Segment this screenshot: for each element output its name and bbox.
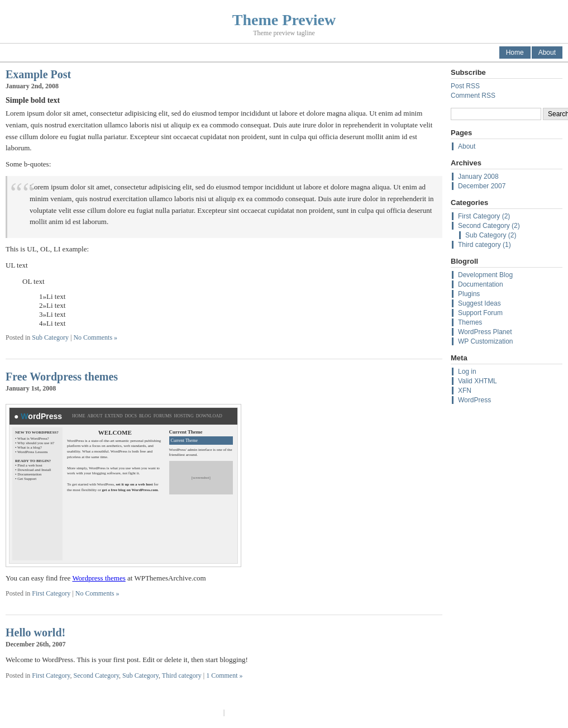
list-item: Li text (39, 292, 442, 301)
post-footer-wp-themes: Posted in First Category | No Comments » (6, 589, 442, 598)
sidebar-blogroll: Blogroll Development Blog Documentation … (451, 257, 562, 345)
list-item: Support Forum (452, 309, 562, 317)
blogroll-docs-link[interactable]: Documentation (458, 280, 503, 288)
post-ol-label: OL text (22, 276, 442, 288)
cat-first-link[interactable]: First Category (2) (458, 212, 510, 220)
post-category-link2[interactable]: First Category (32, 589, 70, 597)
post-comments-link[interactable]: No Comments » (73, 334, 117, 341)
post-rss-link[interactable]: Post RSS (451, 82, 480, 90)
cat-second-link[interactable]: Second Category (2) (458, 222, 520, 230)
post-cat-first[interactable]: First Category (32, 672, 70, 679)
sidebar-pages: Pages About (451, 129, 562, 150)
site-tagline: Theme preview tagline (6, 29, 562, 37)
list-item: Post RSS (451, 82, 562, 90)
list-item: Li text (39, 301, 442, 310)
blogroll-themes-link[interactable]: Themes (458, 318, 482, 326)
post-comments-link2[interactable]: No Comments » (75, 589, 120, 597)
pages-about-link[interactable]: About (458, 142, 475, 150)
post-category-link[interactable]: Sub Category (32, 334, 69, 341)
list-item: WordPress Planet (452, 328, 562, 336)
list-item: Development Blog (452, 271, 562, 279)
list-item: Themes (452, 318, 562, 326)
sidebar-archives: Archives January 2008 December 2007 (451, 159, 562, 190)
sidebar-archives-heading: Archives (451, 159, 562, 169)
blogroll-support-link[interactable]: Support Forum (458, 309, 503, 317)
post-date-hello: December 26th, 2007 (6, 640, 442, 649)
sidebar-blogroll-heading: Blogroll (451, 257, 562, 268)
list-item: Documentation (452, 280, 562, 288)
post-hello-content: Welcome to WordPress. This is your first… (6, 654, 442, 666)
post-comments-link3[interactable]: 1 Comment » (206, 672, 242, 679)
list-item: WordPress (452, 396, 562, 404)
nav-home[interactable]: Home (499, 46, 531, 59)
wp-themes-link[interactable]: Wordpress themes (72, 574, 125, 582)
meta-xfn-link[interactable]: XFN (458, 387, 471, 394)
sidebar-meta: Meta Log in Valid XHTML XFN WordPress (451, 354, 562, 404)
sidebar-subscribe: Subscribe Post RSS Comment RSS (451, 68, 562, 99)
post-footer-example: Posted in Sub Category | No Comments » (6, 334, 442, 342)
comment-rss-link[interactable]: Comment RSS (451, 92, 495, 99)
post-cat-sub[interactable]: Sub Category (122, 672, 159, 679)
sidebar-subscribe-heading: Subscribe (451, 68, 562, 79)
list-item: January 2008 (452, 173, 562, 180)
cat-third-link[interactable]: Third category (1) (458, 241, 511, 249)
search-button[interactable]: Search (543, 108, 568, 120)
list-item: Third category (1) (452, 241, 562, 249)
list-item: December 2007 (452, 182, 562, 190)
cat-sub-link[interactable]: Sub Category (2) (465, 231, 516, 239)
post-cat-third[interactable]: Third category (162, 672, 202, 679)
list-item: Suggest Ideas (452, 299, 562, 307)
list-item: First Category (2) (452, 212, 562, 220)
blogroll-dev-link[interactable]: Development Blog (458, 271, 513, 279)
list-item: Log in (452, 368, 562, 375)
list-item: Second Category (2) (452, 222, 562, 230)
post-hello-world: Hello world! December 26th, 2007 Welcome… (6, 626, 442, 680)
post-footer-hello: Posted in First Category, Second Categor… (6, 672, 442, 680)
post-bold-heading: Simple bold text (6, 96, 442, 105)
sidebar-categories: Categories First Category (2) Second Cat… (451, 198, 562, 249)
list-item: Valid XHTML (452, 377, 562, 385)
blogroll-wp-custom-link[interactable]: WP Customization (458, 337, 513, 345)
post-title-hello[interactable]: Hello world! (6, 626, 65, 639)
list-item: WP Customization (452, 337, 562, 345)
sidebar: Subscribe Post RSS Comment RSS Search Pa… (451, 68, 562, 728)
sidebar-pages-heading: Pages (451, 129, 562, 139)
site-title: Theme Preview (6, 11, 562, 29)
sidebar-categories-heading: Categories (451, 198, 562, 209)
post-wp-text: You can easy find free Wordpress themes … (6, 573, 442, 584)
search-input[interactable] (451, 108, 541, 120)
post-date-wp-themes: January 1st, 2008 (6, 384, 442, 393)
blogroll-wp-planet-link[interactable]: WordPress Planet (458, 328, 512, 336)
meta-xhtml-link[interactable]: Valid XHTML (458, 377, 497, 385)
sidebar-search: Search (451, 108, 562, 120)
post-bquote-label: Some b-quotes: (6, 159, 442, 170)
post-cat-second[interactable]: Second Category (74, 672, 120, 679)
blogroll-plugins-link[interactable]: Plugins (458, 290, 480, 298)
post-blockquote: Lorem ipsum dolor sit amet, consectetur … (30, 182, 434, 228)
post-ul-label: UL text (6, 260, 442, 272)
archive-dec-link[interactable]: December 2007 (458, 182, 505, 190)
list-item: About (452, 142, 562, 150)
post-list-label: This is UL, OL, LI example: (6, 244, 442, 255)
list-item: Plugins (452, 290, 562, 298)
sidebar-meta-heading: Meta (451, 354, 562, 364)
list-item: Comment RSS (451, 92, 562, 99)
nav-about[interactable]: About (532, 46, 562, 59)
wp-screenshot: ● WordPress HOME ABOUT EXTEND DOCS BLOG … (6, 404, 241, 567)
list-item: Li text (39, 310, 442, 319)
post-title-example[interactable]: Example Post (6, 68, 71, 80)
post-title-wp-themes[interactable]: Free Wordpress themes (6, 370, 118, 383)
meta-wp-link[interactable]: WordPress (458, 396, 491, 404)
post-intro: Lorem ipsum dolor sit amet, consectetur … (6, 108, 442, 154)
post-example: Example Post January 2nd, 2008 Simple bo… (6, 68, 442, 342)
post-date-example: January 2nd, 2008 (6, 82, 442, 91)
meta-login-link[interactable]: Log in (458, 368, 476, 375)
blogroll-suggest-link[interactable]: Suggest Ideas (458, 299, 501, 307)
list-item: XFN (452, 387, 562, 394)
list-item: Sub Category (2) (459, 231, 562, 239)
post-wp-themes: Free Wordpress themes January 1st, 2008 … (6, 370, 442, 598)
list-item: Li text (39, 319, 442, 328)
archive-jan-link[interactable]: January 2008 (458, 173, 499, 180)
